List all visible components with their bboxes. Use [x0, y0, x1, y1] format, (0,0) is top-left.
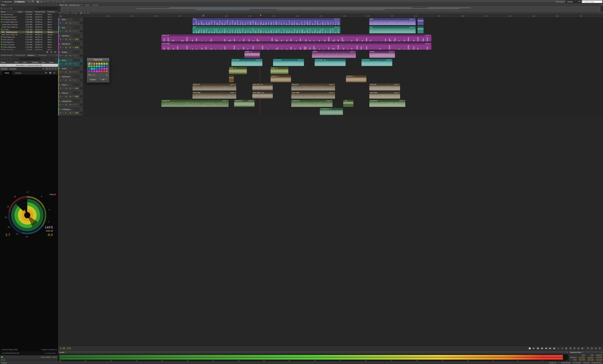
color-swatch[interactable] [88, 70, 90, 72]
solo-button[interactable]: S [75, 51, 77, 53]
audio-clip[interactable]: Hi String Left ...e [320, 108, 343, 115]
color-swatch[interactable] [91, 63, 93, 65]
color-swatch[interactable] [101, 68, 103, 70]
file-row[interactable]: Piano Right.wav6:26.48944100 HzMono [0, 46, 58, 48]
settings-tab[interactable]: Settings [12, 71, 24, 75]
media-browser-tab[interactable]: Media Browser [0, 54, 14, 57]
monitor-icon[interactable] [81, 35, 82, 37]
color-swatch[interactable] [93, 65, 95, 67]
color-swatch[interactable] [98, 63, 100, 65]
audio-clip[interactable]: Piano LeftVolume [192, 83, 236, 91]
track-name[interactable]: Shaker [62, 51, 72, 53]
color-swatch[interactable] [98, 65, 100, 67]
volume-knob[interactable] [62, 79, 64, 81]
pan-knob[interactable] [72, 87, 74, 89]
input-icon[interactable] [80, 95, 82, 98]
spectral-toggle-icon[interactable] [31, 0, 34, 3]
input-icon[interactable] [80, 46, 82, 48]
fx-power-icon[interactable] [1, 356, 3, 358]
volume-knob[interactable] [62, 46, 64, 48]
audio-clip[interactable]: Piano Right ...me [252, 92, 273, 99]
track-lane[interactable]: Drums LeftVolume [83, 34, 603, 42]
file-list[interactable]: Hamond.wav6:26.48944100 HzMonoHarpsichor… [0, 13, 58, 50]
skip-button[interactable] [565, 347, 568, 350]
pan-value[interactable]: 0 [75, 30, 79, 32]
pan-knob[interactable] [72, 22, 74, 24]
fx-icon[interactable]: fx [59, 12, 62, 14]
pan-value[interactable]: R100 [75, 47, 79, 48]
pan-knob[interactable] [72, 95, 74, 98]
mute-button[interactable]: M [73, 100, 75, 102]
mute-button[interactable]: M [73, 59, 75, 61]
solo-button[interactable]: S [75, 59, 77, 61]
audio-clip[interactable] [229, 75, 234, 82]
audio-clip[interactable]: HarpsichordVolume [161, 100, 229, 107]
zoom-v-fit-icon[interactable] [594, 347, 598, 350]
marker-icon[interactable] [4, 58, 6, 60]
color-swatch[interactable] [103, 68, 105, 70]
volume-value[interactable]: -7.3 [65, 63, 69, 65]
pan-knob[interactable] [72, 63, 74, 65]
end-button[interactable] [552, 347, 556, 350]
session-overview[interactable] [58, 7, 603, 11]
color-swatch[interactable] [96, 65, 98, 67]
time-select-tool-icon[interactable]: I [47, 0, 50, 3]
input-icon[interactable] [80, 55, 82, 57]
bypass-icon[interactable] [52, 68, 54, 70]
color-swatch[interactable] [91, 68, 93, 70]
monitor-icon[interactable] [81, 26, 82, 29]
solo-button[interactable]: S [75, 76, 77, 78]
color-swatch-grid[interactable] [88, 63, 108, 72]
properties-tab[interactable]: Properties [37, 54, 48, 57]
presets-select[interactable]: (Custom) [9, 67, 45, 70]
volume-value[interactable]: -6.2 [65, 47, 69, 48]
track-lane[interactable]: Drums RightVolume [83, 42, 603, 50]
pan-knob[interactable] [72, 38, 74, 40]
color-swatch[interactable] [93, 68, 95, 70]
file-row[interactable]: Lezlie Piano Right.wav6:26.48944100 HzMo… [0, 26, 58, 28]
volume-knob[interactable] [62, 63, 64, 65]
track-lane[interactable]: SubVolume SubVolume [83, 26, 603, 34]
file-row[interactable]: Hi String Left.wav6:26.48944100 HzMono [0, 18, 58, 21]
add-marker-icon[interactable] [1, 58, 3, 60]
pan-value[interactable]: 0 [75, 55, 79, 57]
input-icon[interactable] [80, 112, 82, 114]
track-name[interactable]: Hi Strings L [62, 108, 72, 110]
volume-value[interactable]: -6 [65, 112, 69, 114]
marker-icon[interactable] [12, 58, 14, 60]
mute-button[interactable]: M [73, 84, 75, 86]
pan-knob[interactable] [72, 112, 74, 114]
grid-icon[interactable] [80, 12, 83, 14]
solo-button[interactable]: S [75, 100, 77, 102]
hue-reset-icon[interactable] [106, 74, 108, 76]
pan-knob[interactable] [72, 104, 74, 106]
markers-filter[interactable] [20, 58, 40, 60]
audio-clip[interactable]: Shaker ...e [244, 51, 260, 58]
multitrack-mode-button[interactable]: Multitrack [13, 0, 26, 3]
open-file-icon[interactable] [4, 7, 6, 10]
console-tab[interactable]: Console [91, 3, 100, 7]
zoom-in-icon[interactable] [569, 347, 572, 350]
audio-clip[interactable]: HarpsichordVolume [369, 100, 406, 107]
tracks-area[interactable]: Bass MSR -4.3 0 BassVolume BassVolume Su… [58, 18, 603, 346]
arm-button[interactable]: R [78, 84, 80, 86]
arm-button[interactable]: R [78, 76, 80, 78]
workspace-select[interactable]: Default [566, 0, 581, 3]
track-name[interactable]: Guitar [62, 68, 72, 70]
file-row[interactable]: Piano Left.wav6:26.48944100 HzMono [0, 43, 58, 46]
cancel-button[interactable]: Cancel [88, 78, 98, 81]
file-row[interactable]: Plug one.wav6:26.48944100 HzMono [0, 48, 58, 50]
lasso-tool-icon[interactable] [55, 0, 58, 3]
input-icon[interactable] [80, 87, 82, 89]
radar-play-button[interactable] [45, 71, 48, 74]
file-row[interactable]: Harpsichord.wav *6:26.48944100 HzMono [0, 16, 58, 18]
color-swatch[interactable] [101, 63, 103, 65]
mute-button[interactable]: M [73, 26, 75, 29]
mute-button[interactable]: M [73, 18, 75, 21]
zoom-fit-icon[interactable] [577, 347, 580, 350]
color-swatch[interactable] [103, 63, 105, 65]
markers-tab[interactable]: Markers [26, 54, 37, 57]
forward-button[interactable] [548, 347, 552, 350]
zoom-sel-icon[interactable] [580, 347, 584, 350]
slip-tool-icon[interactable] [43, 0, 46, 3]
